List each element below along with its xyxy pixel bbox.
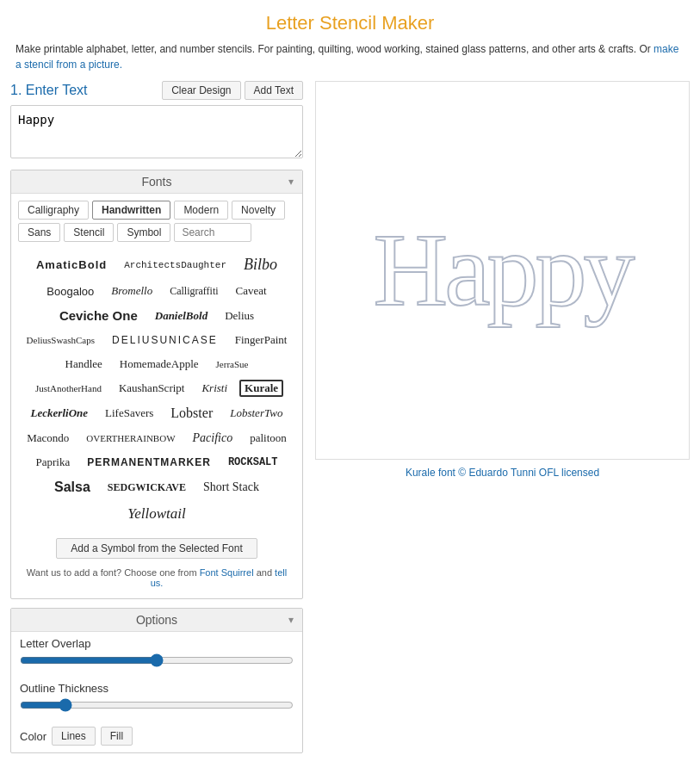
font-ceviche[interactable]: Ceviche One (54, 305, 143, 326)
preview-caption: Kurale font © Eduardo Tunni OFL licensed (315, 460, 690, 482)
filter-modern[interactable]: Modern (174, 201, 228, 220)
section-title: 1. Enter Text (10, 83, 88, 98)
font-calligraffiti[interactable]: Calligraffiti (164, 282, 223, 301)
outline-thickness-row: Outline Thickness (11, 677, 302, 721)
fonts-panel: Fonts ▾ Calligraphy Handwritten Modern N… (10, 170, 303, 599)
font-squirrel-link[interactable]: Font Squirrel (200, 567, 254, 578)
font-rocksalt[interactable]: RockSalt (223, 453, 283, 472)
font-lobster[interactable]: Lobster (165, 402, 218, 424)
color-label: Color (20, 730, 46, 743)
filter-novelty[interactable]: Novelty (232, 201, 285, 220)
add-text-button[interactable]: Add Text (245, 81, 303, 100)
options-panel-header[interactable]: Options ▾ (11, 609, 302, 632)
font-architectsdaughter[interactable]: ArchitectsDaughter (119, 257, 232, 274)
search-input[interactable] (174, 223, 251, 242)
font-jerrasue[interactable]: JerraSue (211, 356, 254, 373)
fonts-list: AmaticBold ArchitectsDaughter Bilbo Boog… (18, 247, 295, 531)
font-overthemainbow[interactable]: OVeRTheRAinbow (81, 430, 180, 447)
fonts-chevron-icon: ▾ (288, 176, 294, 188)
font-kristi[interactable]: Kristi (196, 378, 232, 399)
font-bilbo[interactable]: Bilbo (238, 252, 282, 277)
font-pacifico[interactable]: Pacifico (188, 428, 238, 449)
right-panel: Happy Kurale font © Eduardo Tunni OFL li… (303, 81, 690, 753)
font-sedgwickave[interactable]: SedgwickAve (102, 478, 191, 498)
font-paprika[interactable]: Paprika (31, 452, 76, 473)
font-delius[interactable]: Delius (220, 306, 259, 326)
toolbar-buttons: Clear Design Add Text (162, 81, 303, 100)
font-handlee[interactable]: Handlee (60, 354, 108, 375)
page-title: Letter Stencil Maker (0, 0, 700, 41)
font-lifesavers[interactable]: LifeSavers (100, 403, 158, 424)
lines-button[interactable]: Lines (52, 727, 96, 746)
subtitle: Make printable alphabet, letter, and num… (0, 41, 700, 81)
font-shortstack[interactable]: Short Stack (198, 477, 264, 498)
fonts-panel-title: Fonts (141, 175, 171, 189)
outline-thickness-label: Outline Thickness (20, 682, 294, 695)
fonts-panel-header[interactable]: Fonts ▾ (11, 170, 302, 194)
font-yellowtail[interactable]: Yellowtail (122, 502, 190, 526)
main-layout: 1. Enter Text Clear Design Add Text Happ… (0, 81, 700, 753)
letter-overlap-row: Letter Overlap (11, 632, 302, 677)
text-input[interactable]: Happy (10, 105, 303, 158)
font-author-link[interactable]: Eduardo Tunni (468, 467, 536, 479)
add-symbol-button[interactable]: Add a Symbol from the Selected Font (56, 538, 257, 559)
font-caveat[interactable]: Caveat (231, 281, 272, 301)
fonts-panel-body: Calligraphy Handwritten Modern Novelty S… (11, 194, 302, 598)
font-note: Want us to add a font? Choose one from F… (18, 564, 295, 591)
options-chevron-icon: ▾ (288, 614, 294, 626)
filter-sans[interactable]: Sans (18, 223, 60, 242)
font-fingerpaint[interactable]: FingerPaint (230, 330, 293, 350)
font-boogaloo[interactable]: Boogaloo (41, 282, 99, 301)
clear-design-button[interactable]: Clear Design (162, 81, 240, 100)
font-bromello[interactable]: Bromello (106, 281, 158, 301)
font-kaushanscript[interactable]: KaushanScript (114, 378, 190, 399)
color-row: Color Lines Fill (11, 721, 302, 752)
enter-text-section: 1. Enter Text Clear Design Add Text (10, 81, 303, 100)
font-justanother[interactable]: JustAnotherHand (30, 380, 107, 397)
font-macondo[interactable]: Macondo (22, 428, 74, 449)
filter-stencil[interactable]: Stencil (64, 223, 114, 242)
filter-handwritten[interactable]: Handwritten (92, 201, 170, 220)
font-kurale[interactable]: Kurale (239, 380, 283, 397)
font-deliusunicase[interactable]: deliusunicase (107, 331, 223, 350)
filter-calligraphy[interactable]: Calligraphy (18, 201, 89, 220)
font-homemadeapple[interactable]: HomemadeApple (115, 354, 204, 375)
font-palitoon[interactable]: palitoon (245, 428, 292, 449)
font-permanentmarker[interactable]: PermanentMarker (82, 453, 216, 472)
font-salsa[interactable]: Salsa (49, 476, 96, 498)
outline-thickness-slider-container (20, 698, 294, 718)
fill-button[interactable]: Fill (101, 727, 133, 746)
options-panel-title: Options (136, 613, 177, 627)
options-panel: Options ▾ Letter Overlap Outline Thickne… (10, 608, 303, 753)
font-amatic[interactable]: AmaticBold (31, 255, 112, 275)
left-panel: 1. Enter Text Clear Design Add Text Happ… (10, 81, 303, 753)
filter-symbol[interactable]: Symbol (117, 223, 170, 242)
letter-overlap-slider-container (20, 653, 294, 673)
outline-thickness-slider[interactable] (20, 698, 294, 712)
letter-overlap-slider[interactable] (20, 653, 294, 667)
preview-text: Happy (356, 210, 649, 331)
font-deliusswashcaps[interactable]: DeliusSwashCaps (22, 331, 100, 349)
filter-buttons: Calligraphy Handwritten Modern Novelty S… (18, 201, 295, 242)
letter-overlap-label: Letter Overlap (20, 637, 294, 650)
font-lobstertwo[interactable]: LobsterTwo (225, 403, 288, 424)
font-leckerlione[interactable]: LeckerliOne (26, 403, 93, 424)
preview-container: Happy (315, 81, 690, 460)
font-danielbold[interactable]: DanielBold (150, 306, 213, 326)
